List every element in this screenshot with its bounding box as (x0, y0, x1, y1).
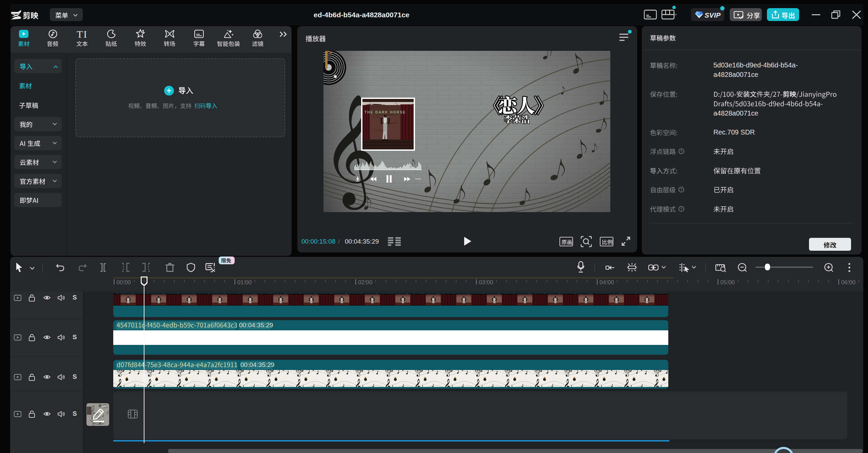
svg-text:02:00: 02:00 (358, 279, 373, 286)
svg-text:?: ? (680, 149, 682, 153)
svg-text:00:00: 00:00 (117, 279, 131, 286)
svg-text:?: ? (680, 188, 682, 192)
svg-text:04:00: 04:00 (599, 279, 614, 286)
svg-text:THE DARK HORSE: THE DARK HORSE (364, 110, 406, 114)
svg-text:?: ? (680, 207, 682, 211)
svg-text:03:00: 03:00 (479, 279, 493, 286)
svg-text:06:00: 06:00 (841, 279, 856, 286)
svg-text:* WH 13: * WH 13 (381, 116, 390, 118)
svg-text:01:00: 01:00 (237, 279, 252, 286)
svg-text:05:00: 05:00 (721, 279, 735, 286)
